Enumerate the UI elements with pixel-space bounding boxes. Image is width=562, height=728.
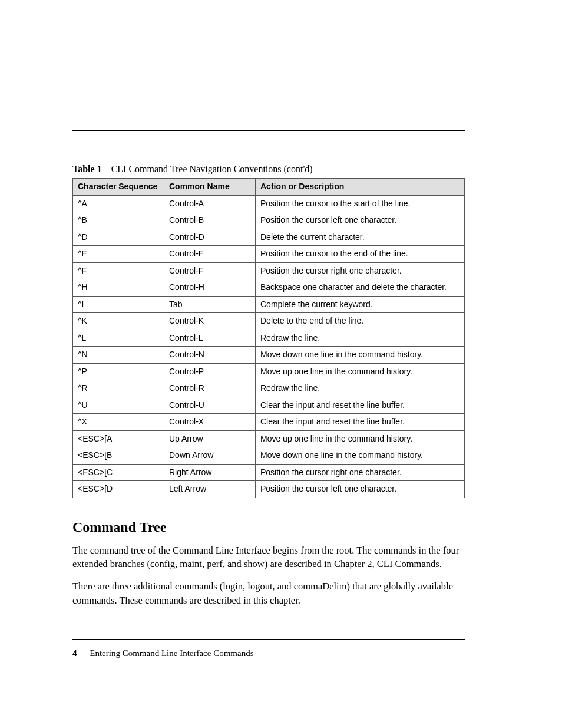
table-row: ^PControl-PMove up one line in the comma… xyxy=(73,363,465,380)
page-number: 4 xyxy=(72,648,77,658)
table-cell-name: Left Arrow xyxy=(164,481,256,498)
table-cell-desc: Backspace one character and delete the c… xyxy=(256,279,465,297)
table-cell-name: Control-F xyxy=(164,262,256,279)
table-row: ^LControl-LRedraw the line. xyxy=(73,330,465,347)
col-header-sequence: Character Sequence xyxy=(73,179,164,196)
table-row: ^NControl-NMove down one line in the com… xyxy=(73,347,465,364)
table-cell-seq: ^H xyxy=(73,279,164,297)
table-cell-name: Control-L xyxy=(164,330,256,347)
table-cell-desc: Position the cursor left one character. xyxy=(256,212,465,229)
table-row: ^EControl-EPosition the cursor to the en… xyxy=(73,246,465,263)
page: Table 1 CLI Command Tree Navigation Conv… xyxy=(0,0,562,728)
table-cell-desc: Redraw the line. xyxy=(256,330,465,347)
table-cell-name: Control-A xyxy=(164,195,256,212)
table-cell-name: Control-B xyxy=(164,212,256,229)
table-row: ^BControl-BPosition the cursor left one … xyxy=(73,212,465,229)
table-cell-seq: ^K xyxy=(73,313,164,330)
table-cell-name: Control-K xyxy=(164,313,256,330)
table-cell-name: Up Arrow xyxy=(164,430,256,447)
table-cell-seq: ^X xyxy=(73,414,164,431)
table-row: <ESC>[DLeft ArrowPosition the cursor lef… xyxy=(73,481,465,498)
col-header-description: Action or Description xyxy=(256,179,465,196)
footer-rule xyxy=(72,639,465,640)
table-cell-seq: ^D xyxy=(73,229,164,246)
top-rule xyxy=(72,130,465,131)
content: Table 1 CLI Command Tree Navigation Conv… xyxy=(72,164,465,616)
table-cell-desc: Position the cursor left one character. xyxy=(256,481,465,498)
table-header-row: Character Sequence Common Name Action or… xyxy=(73,179,465,196)
table-cell-name: Control-R xyxy=(164,380,256,397)
table-cell-seq: ^B xyxy=(73,212,164,229)
table-cell-name: Control-N xyxy=(164,347,256,364)
table-row: ^HControl-HBackspace one character and d… xyxy=(73,279,465,297)
section-heading: Command Tree xyxy=(72,519,465,535)
table-caption-title: CLI Command Tree Navigation Conventions … xyxy=(111,164,313,174)
table-cell-seq: ^U xyxy=(73,397,164,414)
page-footer: 4 Entering Command Line Interface Comman… xyxy=(72,648,465,658)
table-cell-seq: <ESC>[B xyxy=(73,447,164,465)
table-cell-desc: Position the cursor to the start of the … xyxy=(256,195,465,212)
table-cell-seq: <ESC>[D xyxy=(73,481,164,498)
table-row: ^AControl-APosition the cursor to the st… xyxy=(73,195,465,212)
table-cell-name: Control-P xyxy=(164,363,256,380)
table-cell-seq: ^R xyxy=(73,380,164,397)
table-cell-seq: <ESC>[A xyxy=(73,430,164,447)
table-cell-desc: Position the cursor right one character. xyxy=(256,262,465,279)
table-row: <ESC>[BDown ArrowMove down one line in t… xyxy=(73,447,465,465)
table-row: ^ITabComplete the current keyword. xyxy=(73,296,465,313)
table-row: <ESC>[CRight ArrowPosition the cursor ri… xyxy=(73,464,465,481)
table-cell-seq: <ESC>[C xyxy=(73,464,164,481)
table-cell-desc: Redraw the line. xyxy=(256,380,465,397)
table-cell-desc: Move down one line in the command histor… xyxy=(256,347,465,364)
table-cell-seq: ^F xyxy=(73,262,164,279)
table-cell-name: Down Arrow xyxy=(164,447,256,465)
table-cell-seq: ^A xyxy=(73,195,164,212)
table-row: ^KControl-KDelete to the end of the line… xyxy=(73,313,465,330)
table-cell-desc: Move up one line in the command history. xyxy=(256,363,465,380)
navigation-conventions-table: Character Sequence Common Name Action or… xyxy=(72,178,465,498)
table-row: ^DControl-DDelete the current character. xyxy=(73,229,465,246)
table-cell-seq: ^P xyxy=(73,363,164,380)
table-cell-desc: Clear the input and reset the line buffe… xyxy=(256,414,465,431)
table-cell-desc: Move down one line in the command histor… xyxy=(256,447,465,465)
table-row: ^UControl-UClear the input and reset the… xyxy=(73,397,465,414)
table-cell-name: Control-H xyxy=(164,279,256,297)
table-caption: Table 1 CLI Command Tree Navigation Conv… xyxy=(72,164,465,174)
table-cell-name: Control-D xyxy=(164,229,256,246)
table-row: ^RControl-RRedraw the line. xyxy=(73,380,465,397)
table-row: <ESC>[AUp ArrowMove up one line in the c… xyxy=(73,430,465,447)
table-cell-name: Control-E xyxy=(164,246,256,263)
footer-title: Entering Command Line Interface Commands xyxy=(90,648,253,658)
table-cell-desc: Clear the input and reset the line buffe… xyxy=(256,397,465,414)
table-cell-desc: Move up one line in the command history. xyxy=(256,430,465,447)
table-cell-desc: Delete the current character. xyxy=(256,229,465,246)
table-cell-name: Control-X xyxy=(164,414,256,431)
table-cell-name: Right Arrow xyxy=(164,464,256,481)
table-row: ^XControl-XClear the input and reset the… xyxy=(73,414,465,431)
table-cell-desc: Delete to the end of the line. xyxy=(256,313,465,330)
table-cell-seq: ^N xyxy=(73,347,164,364)
table-cell-desc: Position the cursor to the end of the li… xyxy=(256,246,465,263)
col-header-name: Common Name xyxy=(164,179,256,196)
table-cell-name: Control-U xyxy=(164,397,256,414)
table-cell-desc: Position the cursor right one character. xyxy=(256,464,465,481)
table-cell-seq: ^L xyxy=(73,330,164,347)
table-row: ^FControl-FPosition the cursor right one… xyxy=(73,262,465,279)
table-cell-desc: Complete the current keyword. xyxy=(256,296,465,313)
table-cell-name: Tab xyxy=(164,296,256,313)
table-cell-seq: ^E xyxy=(73,246,164,263)
section-para-1: The command tree of the Command Line Int… xyxy=(72,543,465,572)
section-para-2: There are three additional commands (log… xyxy=(72,579,465,608)
table-caption-label: Table 1 xyxy=(72,164,102,174)
table-cell-seq: ^I xyxy=(73,296,164,313)
